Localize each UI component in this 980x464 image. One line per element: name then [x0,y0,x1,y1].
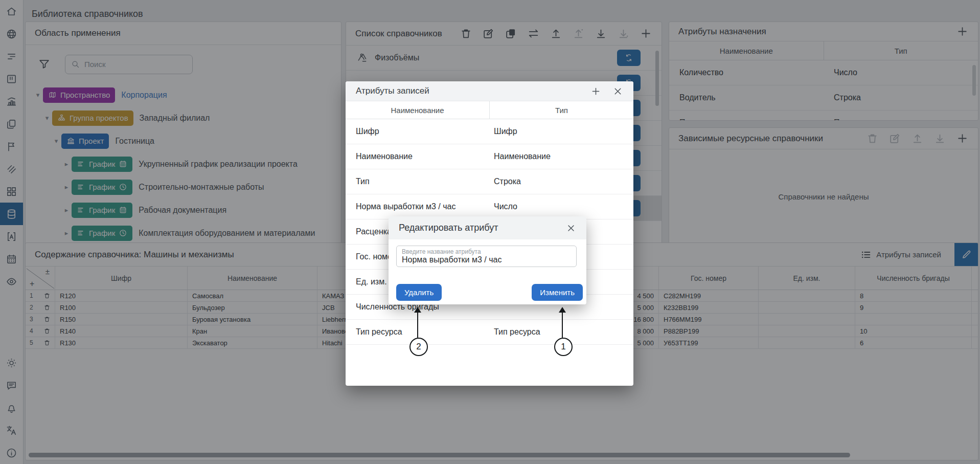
annotation-number: 1 [554,338,573,356]
attribute-type: Строка [494,169,521,194]
record-attribute-row[interactable]: Тип ресурсаТип ресурса [346,320,633,345]
attribute-type: Тип ресурса [494,320,540,344]
change-button[interactable]: Изменить [532,284,583,301]
delete-button[interactable]: Удалить [396,284,442,301]
attribute-name: Тип ресурса [356,320,402,344]
record-attribute-row[interactable]: Норма выработки м3 / часЧисло [346,194,633,219]
attribute-type: Шифр [494,119,517,144]
modal-title: Атрибуты записей [356,86,429,96]
attribute-name: Тип [356,169,370,194]
dialog-title: Редактировать атрибут [399,223,498,233]
attribute-type: Число [494,194,517,219]
attribute-name: Шифр [356,119,379,144]
record-attribute-row[interactable]: ШифрШифр [346,119,633,144]
close-icon[interactable] [566,223,576,233]
record-attribute-row[interactable]: ТипСтрока [346,169,633,194]
edit-attribute-dialog: Редактировать атрибут Введите название а… [389,216,586,304]
attribute-name: Ед. изм. [356,270,387,294]
attribute-name: Наименование [356,144,413,169]
record-attribute-row[interactable]: НаименованиеНаименование [346,144,633,169]
column-header: Тип [490,106,633,115]
column-header: Наименование [346,101,490,119]
annotation-number: 2 [409,338,428,356]
attribute-name: Расценка [356,219,392,244]
attribute-type: Наименование [494,144,551,169]
attribute-name-input[interactable]: Введите название атрибута Норма выработк… [396,246,577,267]
close-icon[interactable] [612,86,623,97]
add-icon[interactable] [590,86,601,97]
attribute-name: Норма выработки м3 / час [356,194,455,219]
screen: Библиотека справочников Область применен… [0,0,980,464]
